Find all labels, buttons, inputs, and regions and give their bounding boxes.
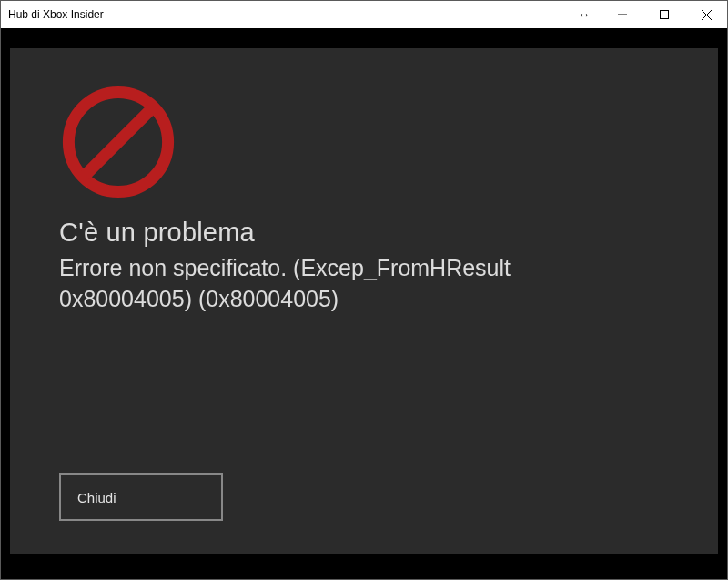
error-heading: C'è un problema [59,218,669,248]
app-window: Hub di Xbox Insider ↔ [0,0,728,580]
error-message: Errore non specificato. (Excep_FromHResu… [59,253,642,315]
resize-arrows-icon: ↔ [574,7,594,22]
titlebar-controls: ↔ [574,1,727,28]
maximize-icon [660,10,669,19]
minimize-button[interactable] [602,1,643,28]
svg-rect-1 [661,11,669,19]
dismiss-button[interactable]: Chiudi [59,473,223,521]
header-strip [1,28,727,48]
titlebar: Hub di Xbox Insider ↔ [1,1,727,28]
window-title: Hub di Xbox Insider [8,8,104,21]
error-panel: C'è un problema Errore non specificato. … [10,48,718,554]
svg-line-5 [86,109,152,176]
minimize-icon [618,10,627,19]
close-icon [702,10,712,20]
window-close-button[interactable] [685,1,727,28]
app-content: C'è un problema Errore non specificato. … [1,28,727,579]
prohibition-icon [59,83,177,201]
maximize-button[interactable] [643,1,685,28]
